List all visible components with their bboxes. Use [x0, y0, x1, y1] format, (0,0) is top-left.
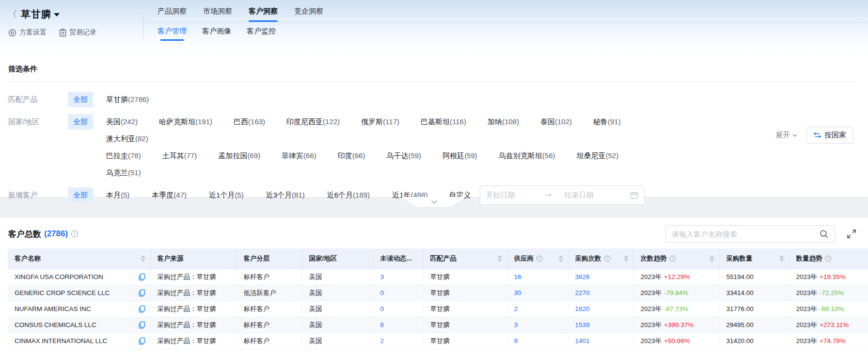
- cell-unread-updates[interactable]: 3: [373, 269, 423, 285]
- by-country-button[interactable]: 按国家: [806, 127, 853, 144]
- column-header-供应商[interactable]: 供应商: [507, 248, 568, 269]
- column-header-采购数量[interactable]: 采购数量: [719, 248, 789, 269]
- product-all-chip[interactable]: 全部: [68, 92, 93, 107]
- country-filter-item[interactable]: 孟加拉国(69): [218, 148, 260, 164]
- filter-collapse-button[interactable]: [402, 197, 466, 207]
- sort-control[interactable]: [706, 255, 714, 262]
- cell-suppliers[interactable]: 30: [507, 285, 568, 301]
- cell-suppliers[interactable]: 9: [507, 333, 568, 349]
- cell-count-trend: 2023年+50.86%: [633, 333, 719, 349]
- table-panel-header: 客户总数 (2786): [0, 217, 868, 248]
- sort-control[interactable]: [554, 255, 563, 262]
- copy-icon[interactable]: [138, 273, 145, 281]
- country-filter-item[interactable]: 阿根廷(59): [442, 148, 477, 164]
- search-icon[interactable]: [820, 230, 829, 239]
- cell-unread-updates[interactable]: 0: [373, 285, 423, 301]
- trade-records-icon: [59, 29, 66, 37]
- cell-purchase-count[interactable]: 1820: [568, 301, 633, 317]
- table-row[interactable]: XINGFA USA CORPORATION 采购过产品：草甘膦 标杆客户 美国…: [8, 269, 868, 285]
- country-filter-item[interactable]: 巴拉圭(78): [106, 148, 141, 164]
- copy-icon[interactable]: [138, 305, 145, 313]
- column-header-数量趋势[interactable]: 数量趋势: [789, 248, 868, 269]
- column-header-国家/地区[interactable]: 国家/地区: [302, 248, 373, 269]
- cell-matched-product: 草甘膦: [423, 317, 507, 333]
- column-header-客户名称[interactable]: 客户名称: [8, 248, 150, 269]
- table-row[interactable]: CINMAX INTERNATIONAL LLC 采购过产品：草甘膦 标杆客户 …: [8, 333, 868, 349]
- page-title[interactable]: 草甘膦: [21, 8, 51, 21]
- new-customer-filter-item[interactable]: 近3个月(81): [266, 187, 305, 203]
- sub-tab-客户监控[interactable]: 客户监控: [247, 27, 276, 41]
- customer-search-input[interactable]: [672, 230, 820, 238]
- cell-customer-source: 采购过产品：草甘膦: [150, 269, 237, 285]
- country-filter-item[interactable]: 美国(242): [106, 114, 138, 130]
- cell-purchase-count[interactable]: 3826: [568, 269, 633, 285]
- column-info-icon: [669, 255, 676, 262]
- country-filter-item[interactable]: 巴基斯坦(116): [421, 114, 466, 130]
- cell-unread-updates[interactable]: 2: [373, 333, 423, 349]
- main-tab-竞企洞察[interactable]: 竞企洞察: [294, 7, 323, 22]
- column-header-客户来源[interactable]: 客户来源: [150, 248, 237, 269]
- column-header-采购次数[interactable]: 采购次数: [568, 248, 633, 269]
- title-dropdown-icon[interactable]: [54, 13, 60, 16]
- cell-suppliers[interactable]: 2: [507, 301, 568, 317]
- new-customer-filter-item[interactable]: 近1个月(5): [209, 187, 244, 203]
- country-filter-item[interactable]: 俄罗斯(117): [361, 114, 399, 130]
- expand-link[interactable]: 展开: [775, 131, 798, 140]
- sub-tab-客户画像[interactable]: 客户画像: [202, 27, 231, 41]
- country-filter-item[interactable]: 泰国(102): [540, 114, 572, 130]
- date-range-input[interactable]: 开始日期 结束日期: [480, 185, 645, 205]
- back-icon[interactable]: 〈: [8, 8, 17, 20]
- fullscreen-icon[interactable]: [847, 229, 856, 239]
- sort-control[interactable]: [137, 255, 145, 262]
- table-row[interactable]: GENERIC CROP SCIENCE LLC 采购过产品：草甘膦 低活跃客户…: [8, 285, 868, 301]
- sub-tab-客户管理[interactable]: 客户管理: [158, 27, 187, 41]
- column-header-未读动态...[interactable]: 未读动态...: [373, 248, 423, 269]
- cell-purchase-quantity: 55194.00: [719, 269, 789, 285]
- main-tab-市场洞察[interactable]: 市场洞察: [203, 7, 232, 22]
- table-row[interactable]: NUFARM AMERICAS INC 采购过产品：草甘膦 标杆客户 美国 0 …: [8, 301, 868, 317]
- new-customer-filter-item[interactable]: 近6个月(189): [327, 187, 370, 203]
- country-filter-item[interactable]: 哈萨克斯坦(191): [159, 114, 212, 130]
- column-header-匹配产品[interactable]: 匹配产品: [423, 248, 507, 269]
- main-tab-产品洞察[interactable]: 产品洞察: [158, 7, 187, 22]
- country-controls: 展开 按国家: [775, 127, 853, 144]
- country-filter-item[interactable]: 印度尼西亚(122): [286, 114, 340, 130]
- cell-matched-product: 草甘膦: [423, 269, 507, 285]
- new-customer-filter-item[interactable]: 本月(5): [106, 187, 129, 203]
- country-filter-item[interactable]: 澳大利亚(82): [106, 131, 148, 147]
- country-filter-item[interactable]: 乌干达(59): [386, 148, 421, 164]
- trade-records-button[interactable]: 贸易记录: [59, 28, 96, 37]
- column-header-次数趋势[interactable]: 次数趋势: [633, 248, 719, 269]
- sort-control[interactable]: [493, 255, 502, 262]
- country-all-chip[interactable]: 全部: [68, 114, 93, 130]
- cell-purchase-count[interactable]: 1401: [568, 333, 633, 349]
- country-filter-item[interactable]: 印度(66): [338, 148, 365, 164]
- product-filter-item[interactable]: 草甘膦(2786): [106, 92, 149, 107]
- cell-unread-updates[interactable]: 0: [373, 301, 423, 317]
- cell-purchase-count[interactable]: 1539: [568, 317, 633, 333]
- new-customer-filter-item[interactable]: 本季度(47): [152, 187, 187, 203]
- country-filter-item[interactable]: 土耳其(77): [162, 148, 197, 164]
- cell-suppliers[interactable]: 3: [507, 317, 568, 333]
- table-row[interactable]: CONSUS CHEMICALS LLC 采购过产品：草甘膦 标杆客户 美国 6…: [8, 317, 868, 333]
- scheme-settings-button[interactable]: 方案设置: [8, 28, 47, 37]
- column-header-客户分层[interactable]: 客户分层: [237, 248, 302, 269]
- new-customer-all-chip[interactable]: 全部: [68, 187, 93, 203]
- cell-suppliers[interactable]: 16: [507, 269, 568, 285]
- copy-icon[interactable]: [138, 289, 145, 297]
- country-filter-item[interactable]: 乌兹别克斯坦(56): [499, 148, 555, 164]
- country-filter-item[interactable]: 乌克兰(51): [106, 165, 141, 181]
- copy-icon[interactable]: [138, 337, 145, 345]
- country-filter-item[interactable]: 巴西(163): [234, 114, 265, 130]
- sort-control[interactable]: [775, 255, 784, 262]
- cell-unread-updates[interactable]: 6: [373, 317, 423, 333]
- filter-panel: 筛选条件 匹配产品 全部 草甘膦(2786) 国家/地区 全部 美国(242)哈…: [0, 55, 868, 197]
- country-filter-item[interactable]: 菲律宾(66): [282, 148, 316, 164]
- cell-purchase-count[interactable]: 2270: [568, 285, 633, 301]
- country-filter-item[interactable]: 坦桑尼亚(52): [577, 148, 619, 164]
- copy-icon[interactable]: [138, 321, 145, 329]
- sort-control[interactable]: [620, 255, 629, 262]
- country-filter-item[interactable]: 秘鲁(91): [593, 114, 621, 130]
- country-filter-item[interactable]: 加纳(108): [488, 114, 519, 130]
- main-tab-客户洞察[interactable]: 客户洞察: [249, 7, 278, 22]
